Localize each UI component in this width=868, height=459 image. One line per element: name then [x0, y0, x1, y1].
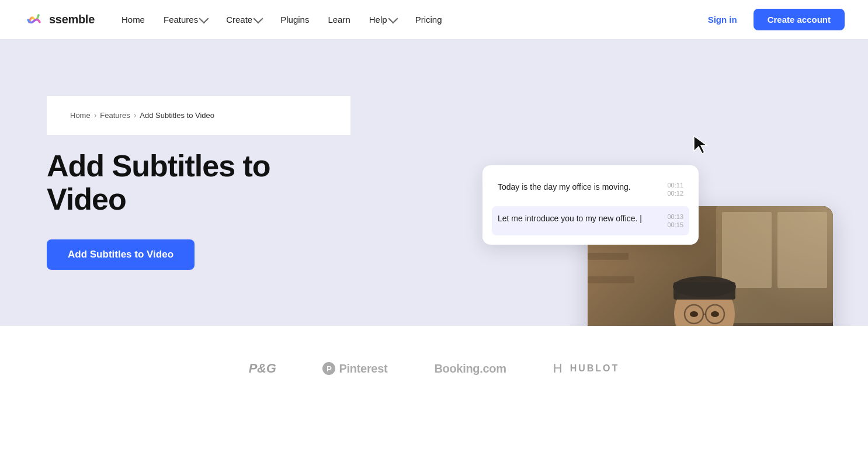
- svg-point-15: [711, 311, 719, 317]
- hero-cta-button[interactable]: Add Subtitles to Video: [47, 239, 195, 270]
- subtitle-time-start-1: 00:11: [667, 182, 683, 189]
- svg-point-14: [690, 311, 698, 317]
- breadcrumb: Home › Features › Add Subtitles to Video: [47, 96, 350, 135]
- breadcrumb-current: Add Subtitles to Video: [140, 111, 214, 120]
- logo-pinterest: P Pinterest: [322, 362, 387, 375]
- subtitle-panel: Today is the day my office is moving. 00…: [482, 165, 699, 245]
- chevron-down-icon: [388, 14, 398, 24]
- nav-features[interactable]: Features: [155, 10, 216, 29]
- subtitle-row-2: Let me introduce you to my new office. |…: [492, 206, 689, 235]
- subtitle-time-start-2: 00:13: [667, 213, 683, 220]
- hero-left-content: Home › Features › Add Subtitles to Video…: [47, 96, 350, 270]
- logo-link[interactable]: ssemble: [23, 9, 95, 30]
- nav-help[interactable]: Help: [361, 10, 405, 29]
- hublot-icon: H: [553, 361, 564, 376]
- pinterest-text: Pinterest: [339, 362, 387, 375]
- create-account-button[interactable]: Create account: [754, 9, 845, 30]
- svg-rect-10: [673, 282, 735, 300]
- chevron-down-icon: [254, 14, 263, 24]
- pinterest-icon: P: [322, 362, 335, 375]
- subtitle-text-1: Today is the day my office is moving.: [498, 182, 659, 193]
- nav-home[interactable]: Home: [113, 10, 153, 29]
- svg-rect-18: [588, 253, 629, 260]
- pg-text: P&G: [249, 361, 276, 376]
- logo-text: ssemble: [49, 13, 95, 26]
- booking-text: Booking.com: [434, 362, 506, 375]
- nav-links: Home Features Create Plugins Learn Help …: [113, 10, 699, 29]
- subtitle-text-2: Let me introduce you to my new office. |: [498, 213, 659, 225]
- hero-section: Home › Features › Add Subtitles to Video…: [0, 40, 868, 326]
- logos-section: P&G P Pinterest Booking.com H HUBLOT: [0, 326, 868, 411]
- breadcrumb-separator: ›: [94, 110, 97, 120]
- nav-pricing[interactable]: Pricing: [407, 10, 450, 29]
- subtitle-time-end-1: 00:12: [667, 190, 683, 197]
- nav-plugins[interactable]: Plugins: [272, 10, 317, 29]
- sign-in-button[interactable]: Sign in: [699, 10, 747, 29]
- navbar: ssemble Home Features Create Plugins Lea…: [0, 0, 868, 40]
- logo-booking: Booking.com: [434, 362, 506, 375]
- breadcrumb-features[interactable]: Features: [100, 111, 130, 120]
- svg-rect-17: [588, 276, 634, 283]
- breadcrumb-separator-2: ›: [134, 110, 137, 120]
- nav-create[interactable]: Create: [218, 10, 270, 29]
- chevron-down-icon: [199, 14, 209, 24]
- cursor-arrow-icon: [693, 135, 709, 155]
- subtitle-time-end-2: 00:15: [667, 221, 683, 228]
- breadcrumb-home[interactable]: Home: [70, 111, 91, 120]
- hublot-text: HUBLOT: [570, 363, 620, 374]
- hero-title: Add Subtitles to Video: [47, 149, 350, 216]
- subtitle-row-1: Today is the day my office is moving. 00…: [492, 175, 689, 204]
- logo-pg: P&G: [249, 361, 276, 376]
- logo-hublot: H HUBLOT: [553, 361, 620, 376]
- subtitle-times-2: 00:13 00:15: [659, 213, 683, 228]
- subtitle-times-1: 00:11 00:12: [659, 182, 683, 197]
- nav-actions: Sign in Create account: [699, 9, 845, 30]
- nav-learn[interactable]: Learn: [320, 10, 358, 29]
